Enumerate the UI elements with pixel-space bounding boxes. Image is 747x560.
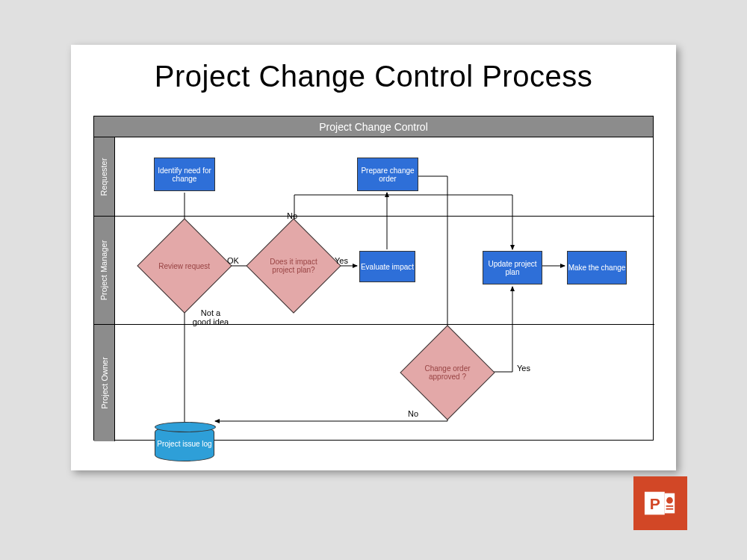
node-make-the-change: Make the change bbox=[567, 251, 627, 284]
node-impact-question: Does it impact project plan? bbox=[246, 218, 341, 313]
lane-project-owner: Project Owner bbox=[94, 324, 115, 441]
lane-labels-column: Requester Project Manager Project Owner bbox=[94, 137, 115, 441]
node-project-issue-log: Project issue log bbox=[155, 426, 214, 461]
node-review-request: Review request bbox=[137, 218, 232, 313]
lane-project-owner-label: Project Owner bbox=[100, 357, 109, 409]
svg-rect-11 bbox=[666, 505, 674, 507]
edge-not-good-idea: Not a good idea bbox=[191, 309, 230, 326]
node-update-project-plan: Update project plan bbox=[483, 251, 542, 284]
lane-requester: Requester bbox=[94, 137, 115, 216]
lane-project-manager: Project Manager bbox=[94, 216, 115, 324]
edge-yes-approved: Yes bbox=[517, 364, 530, 373]
node-evaluate-impact: Evaluate impact bbox=[359, 251, 415, 282]
edge-yes-impact: Yes bbox=[335, 257, 348, 266]
powerpoint-glyph-icon: P bbox=[643, 486, 678, 520]
frame-header: Project Change Control bbox=[94, 116, 653, 137]
lane-separator-1 bbox=[115, 216, 654, 217]
edge-no-approved: No bbox=[408, 410, 418, 419]
edge-no-impact: No bbox=[287, 212, 297, 221]
swimlane-frame: Project Change Control Requester Project… bbox=[93, 116, 654, 441]
svg-rect-12 bbox=[666, 508, 674, 510]
diagram-title: Project Change Control Process bbox=[71, 60, 676, 93]
node-approved-question: Change order approved ? bbox=[400, 325, 495, 420]
lane-requester-label: Requester bbox=[100, 158, 109, 196]
slide-canvas: Project Change Control Process Project C… bbox=[71, 45, 676, 470]
svg-text:P: P bbox=[650, 495, 660, 512]
edge-ok: OK bbox=[227, 257, 239, 266]
node-identify-need: Identify need for change bbox=[154, 158, 215, 191]
svg-point-10 bbox=[666, 497, 673, 504]
powerpoint-icon: P bbox=[633, 476, 687, 530]
node-prepare-change-order: Prepare change order bbox=[357, 158, 418, 191]
lane-project-manager-label: Project Manager bbox=[100, 240, 109, 301]
